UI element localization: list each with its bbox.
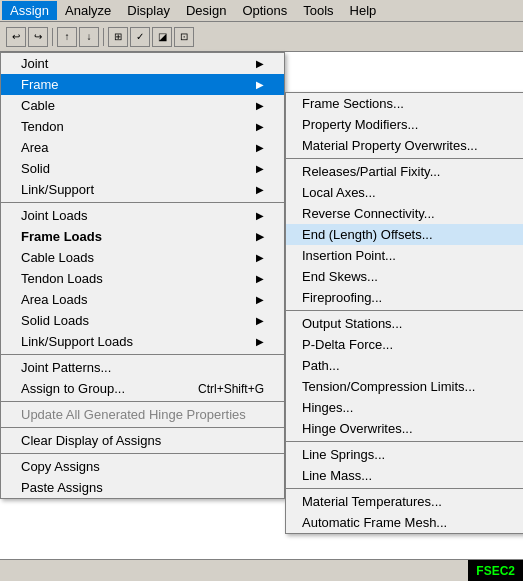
link-support-arrow: ▶ <box>256 184 264 195</box>
assign-menu-link-support[interactable]: Link/Support ▶ <box>1 179 284 200</box>
toolbar-button-8[interactable]: ⊡ <box>174 27 194 47</box>
menubar-item-display[interactable]: Display <box>119 1 178 20</box>
menubar-item-design[interactable]: Design <box>178 1 234 20</box>
tendon-loads-arrow: ▶ <box>256 273 264 284</box>
menubar-item-analyze[interactable]: Analyze <box>57 1 119 20</box>
assign-menu-update-hinges: Update All Generated Hinge Properties <box>1 404 284 425</box>
frame-menu-releases[interactable]: Releases/Partial Fixity... <box>286 161 523 182</box>
assign-menu-paste-assigns[interactable]: Paste Assigns <box>1 477 284 498</box>
area-loads-arrow: ▶ <box>256 294 264 305</box>
toolbar-button-2[interactable]: ↪ <box>28 27 48 47</box>
frame-menu-end-offsets[interactable]: End (Length) Offsets... <box>286 224 523 245</box>
frame-menu-fireproofing[interactable]: Fireproofing... <box>286 287 523 308</box>
assign-separator-2 <box>1 354 284 355</box>
joint-loads-arrow: ▶ <box>256 210 264 221</box>
menubar-item-options[interactable]: Options <box>234 1 295 20</box>
assign-to-group-shortcut: Ctrl+Shift+G <box>198 382 264 396</box>
frame-menu-material-temperatures[interactable]: Material Temperatures... <box>286 491 523 512</box>
toolbar-button-1[interactable]: ↩ <box>6 27 26 47</box>
toolbar-button-3[interactable]: ↑ <box>57 27 77 47</box>
toolbar-icons: ↩ ↪ ↑ ↓ ⊞ ✓ ◪ ⊡ <box>2 27 198 47</box>
assign-menu-solid[interactable]: Solid ▶ <box>1 158 284 179</box>
toolbar-button-7[interactable]: ◪ <box>152 27 172 47</box>
frame-menu-pdelta-force[interactable]: P-Delta Force... <box>286 334 523 355</box>
frame-separator-3 <box>286 441 523 442</box>
menubar-item-assign[interactable]: Assign <box>2 1 57 20</box>
toolbar-button-6[interactable]: ✓ <box>130 27 150 47</box>
frame-loads-arrow: ▶ <box>256 231 264 242</box>
frame-menu-hinges[interactable]: Hinges... <box>286 397 523 418</box>
assign-menu-joint[interactable]: Joint ▶ <box>1 53 284 74</box>
frame-submenu: Frame Sections... Property Modifiers... … <box>285 92 523 534</box>
cable-arrow: ▶ <box>256 100 264 111</box>
statusbar: FSEC2 <box>0 559 523 581</box>
assign-menu-assign-to-group[interactable]: Assign to Group... Ctrl+Shift+G <box>1 378 284 399</box>
menubar: Assign Analyze Display Design Options To… <box>0 0 523 22</box>
toolbar-separator-2 <box>103 28 104 46</box>
fsec2-label: FSEC2 <box>468 560 523 581</box>
frame-separator-1 <box>286 158 523 159</box>
solid-arrow: ▶ <box>256 163 264 174</box>
assign-menu-joint-patterns[interactable]: Joint Patterns... <box>1 357 284 378</box>
frame-menu-material-overwrites[interactable]: Material Property Overwrites... <box>286 135 523 156</box>
frame-menu-output-stations[interactable]: Output Stations... <box>286 313 523 334</box>
assign-menu-tendon-loads[interactable]: Tendon Loads ▶ <box>1 268 284 289</box>
frame-separator-2 <box>286 310 523 311</box>
assign-menu-cable-loads[interactable]: Cable Loads ▶ <box>1 247 284 268</box>
assign-menu-area-loads[interactable]: Area Loads ▶ <box>1 289 284 310</box>
assign-menu-area[interactable]: Area ▶ <box>1 137 284 158</box>
menubar-item-tools[interactable]: Tools <box>295 1 341 20</box>
toolbar: ↩ ↪ ↑ ↓ ⊞ ✓ ◪ ⊡ <box>0 22 523 52</box>
frame-menu-auto-mesh[interactable]: Automatic Frame Mesh... <box>286 512 523 533</box>
link-support-loads-arrow: ▶ <box>256 336 264 347</box>
solid-loads-arrow: ▶ <box>256 315 264 326</box>
frame-arrow: ▶ <box>256 79 264 90</box>
assign-separator-3 <box>1 401 284 402</box>
frame-menu-insertion-point[interactable]: Insertion Point... <box>286 245 523 266</box>
frame-menu-line-springs[interactable]: Line Springs... <box>286 444 523 465</box>
frame-menu-end-skews[interactable]: End Skews... <box>286 266 523 287</box>
frame-menu-sections[interactable]: Frame Sections... <box>286 93 523 114</box>
tendon-arrow: ▶ <box>256 121 264 132</box>
cable-loads-arrow: ▶ <box>256 252 264 263</box>
main-area: Joint ▶ Frame ▶ Cable ▶ Tendon ▶ Area ▶ … <box>0 52 523 581</box>
assign-menu-tendon[interactable]: Tendon ▶ <box>1 116 284 137</box>
frame-menu-hinge-overwrites[interactable]: Hinge Overwrites... <box>286 418 523 439</box>
joint-arrow: ▶ <box>256 58 264 69</box>
assign-menu-solid-loads[interactable]: Solid Loads ▶ <box>1 310 284 331</box>
assign-menu-link-support-loads[interactable]: Link/Support Loads ▶ <box>1 331 284 352</box>
toolbar-button-4[interactable]: ↓ <box>79 27 99 47</box>
assign-menu-frame[interactable]: Frame ▶ <box>1 74 284 95</box>
menubar-item-help[interactable]: Help <box>342 1 385 20</box>
frame-menu-path[interactable]: Path... <box>286 355 523 376</box>
area-arrow: ▶ <box>256 142 264 153</box>
assign-dropdown: Joint ▶ Frame ▶ Cable ▶ Tendon ▶ Area ▶ … <box>0 52 285 499</box>
assign-menu-cable[interactable]: Cable ▶ <box>1 95 284 116</box>
toolbar-button-5[interactable]: ⊞ <box>108 27 128 47</box>
frame-menu-line-mass[interactable]: Line Mass... <box>286 465 523 486</box>
frame-menu-tension-compression[interactable]: Tension/Compression Limits... <box>286 376 523 397</box>
toolbar-separator-1 <box>52 28 53 46</box>
assign-menu-frame-loads[interactable]: Frame Loads ▶ <box>1 226 284 247</box>
assign-separator-1 <box>1 202 284 203</box>
frame-separator-4 <box>286 488 523 489</box>
assign-menu-joint-loads[interactable]: Joint Loads ▶ <box>1 205 284 226</box>
assign-menu-copy-assigns[interactable]: Copy Assigns <box>1 456 284 477</box>
assign-menu-clear-display[interactable]: Clear Display of Assigns <box>1 430 284 451</box>
frame-menu-reverse-connectivity[interactable]: Reverse Connectivity... <box>286 203 523 224</box>
assign-separator-5 <box>1 453 284 454</box>
frame-menu-property-modifiers[interactable]: Property Modifiers... <box>286 114 523 135</box>
assign-separator-4 <box>1 427 284 428</box>
frame-menu-local-axes[interactable]: Local Axes... <box>286 182 523 203</box>
